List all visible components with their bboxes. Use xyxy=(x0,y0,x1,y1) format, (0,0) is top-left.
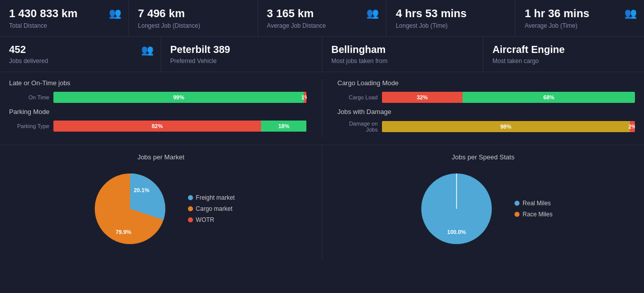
legend-race-miles: Race Miles xyxy=(514,211,552,218)
parking-bar: 82% 18% xyxy=(53,121,307,132)
ontime-bar: 99% 1% xyxy=(53,92,307,103)
legend-race-label: Race Miles xyxy=(523,211,552,218)
cargo-red-seg: 32% xyxy=(382,92,463,103)
legend-wotr-label: WOTR xyxy=(196,216,215,223)
most-jobs-from-value: Bellingham xyxy=(332,44,474,55)
svg-text:79.9%: 79.9% xyxy=(115,229,131,235)
parking-bar-label: Parking Type xyxy=(9,123,49,129)
longest-job-time-value: 4 hrs 53 mins xyxy=(396,7,506,20)
legend-real-miles: Real Miles xyxy=(514,200,552,207)
avg-job-time-value: 1 hr 36 mins xyxy=(525,7,635,20)
damage-bar-label: Damage on Jobs xyxy=(338,121,378,133)
most-taken-cargo-label: Most taken cargo xyxy=(492,57,635,65)
cargo-load-bar-label: Cargo Load xyxy=(338,94,378,100)
legend-real-label: Real Miles xyxy=(523,200,551,207)
pie-speed-chart: 100.0% xyxy=(414,166,499,252)
stat-most-taken-cargo: Aircraft Engine Most taken cargo xyxy=(483,37,644,72)
pie-speed-title: Jobs per Speed Stats xyxy=(333,153,634,161)
longest-job-dist-label: Longest Job (Distance) xyxy=(138,22,248,29)
stat-longest-job-distance: 7 496 km Longest Job (Distance) xyxy=(129,0,258,36)
pie-speed-section: Jobs per Speed Stats 100.0% Real Miles R… xyxy=(323,145,645,260)
pie-market-chart: 20.1% 79.9% xyxy=(87,166,173,252)
pie-market-title: Jobs per Market xyxy=(10,153,312,161)
pie-market-legend: Freight market Cargo market WOTR xyxy=(188,194,235,223)
preferred-vehicle-label: Preferred Vehicle xyxy=(170,57,313,65)
total-distance-value: 1 430 833 km xyxy=(9,7,119,20)
stat-avg-job-distance: 3 165 km Average Job Distance 👥 xyxy=(258,0,387,36)
second-stats-row: 452 Jobs delivered 👥 Peterbilt 389 Prefe… xyxy=(0,37,644,72)
parking-bar-row: Parking Type 82% 18% xyxy=(9,121,307,132)
legend-dot-real xyxy=(514,201,520,206)
cargo-green-seg: 68% xyxy=(463,92,635,103)
damage-red-seg: 2% xyxy=(630,121,635,132)
legend-cargo-label: Cargo market xyxy=(196,205,233,212)
ontime-bar-row: On Time 99% 1% xyxy=(9,92,307,103)
svg-text:20.1%: 20.1% xyxy=(134,187,149,193)
top-stats-row: 1 430 833 km Total Distance 👥 7 496 km L… xyxy=(0,0,644,37)
svg-text:100.0%: 100.0% xyxy=(447,229,466,235)
avg-job-time-label: Average Job (Time) xyxy=(525,22,635,29)
legend-dot-cargo xyxy=(188,206,193,211)
pie-speed-legend: Real Miles Race Miles xyxy=(514,200,552,218)
charts-left-panel: Late or On-Time jobs On Time 99% 1% Park… xyxy=(9,79,307,138)
damage-bar: 98% 2% xyxy=(382,121,635,132)
pie-market-content: 20.1% 79.9% Freight market Cargo market … xyxy=(10,166,312,252)
cargo-loading-title: Cargo Loading Mode xyxy=(338,79,635,87)
legend-cargo: Cargo market xyxy=(188,205,235,212)
stat-total-distance: 1 430 833 km Total Distance 👥 xyxy=(0,0,129,36)
people-icon-2: 👥 xyxy=(366,7,379,19)
stat-longest-job-time: 4 hrs 53 mins Longest Job (Time) xyxy=(387,0,516,36)
jobs-delivered-value: 452 xyxy=(9,44,152,55)
bottom-pie-row: Jobs per Market 20.1% 79.9% xyxy=(0,145,644,260)
cargo-load-bar-row: Cargo Load 32% 68% xyxy=(338,92,635,103)
jobs-delivered-label: Jobs delivered xyxy=(9,57,152,65)
total-distance-label: Total Distance xyxy=(9,22,119,29)
avg-job-dist-label: Average Job Distance xyxy=(267,22,377,29)
longest-job-time-label: Longest Job (Time) xyxy=(396,22,506,29)
legend-wotr: WOTR xyxy=(188,216,235,223)
pie-speed-content: 100.0% Real Miles Race Miles xyxy=(333,166,634,252)
stat-avg-job-time: 1 hr 36 mins Average Job (Time) 👥 xyxy=(516,0,644,36)
stat-most-jobs-from: Bellingham Most jobs taken from xyxy=(323,37,484,72)
parking-red-seg: 82% xyxy=(53,121,261,132)
parking-green-seg: 18% xyxy=(261,121,306,132)
ontime-bar-label: On Time xyxy=(9,94,49,100)
charts-right-panel: Cargo Loading Mode Cargo Load 32% 68% Jo… xyxy=(338,79,635,138)
people-icon-1: 👥 xyxy=(109,7,121,19)
people-icon-3: 👥 xyxy=(624,7,637,19)
longest-job-dist-value: 7 496 km xyxy=(138,7,248,20)
jobs-damage-title: Jobs with Damage xyxy=(338,108,635,115)
pie-market-section: Jobs per Market 20.1% 79.9% xyxy=(0,145,323,260)
legend-dot-wotr xyxy=(188,217,193,222)
legend-dot-freight xyxy=(188,195,193,200)
preferred-vehicle-value: Peterbilt 389 xyxy=(170,44,313,55)
stat-jobs-delivered: 452 Jobs delivered 👥 xyxy=(0,37,161,72)
legend-freight: Freight market xyxy=(188,194,235,201)
parking-mode-title: Parking Mode xyxy=(9,108,307,115)
chart-divider xyxy=(322,79,323,138)
ontime-green-seg: 99% xyxy=(53,92,304,103)
people-icon-4: 👥 xyxy=(141,44,154,56)
bar-charts-row: Late or On-Time jobs On Time 99% 1% Park… xyxy=(0,72,644,145)
legend-freight-label: Freight market xyxy=(196,194,235,201)
most-taken-cargo-value: Aircraft Engine xyxy=(492,44,635,55)
ontime-red-seg: 1% xyxy=(304,92,306,103)
stat-preferred-vehicle: Peterbilt 389 Preferred Vehicle xyxy=(161,37,323,72)
cargo-load-bar: 32% 68% xyxy=(382,92,635,103)
late-ontime-title: Late or On-Time jobs xyxy=(9,79,307,87)
damage-bar-row: Damage on Jobs 98% 2% xyxy=(338,121,635,133)
damage-orange-seg: 98% xyxy=(382,121,630,132)
most-jobs-from-label: Most jobs taken from xyxy=(332,57,474,65)
legend-dot-race xyxy=(514,212,520,217)
avg-job-dist-value: 3 165 km xyxy=(267,7,377,20)
